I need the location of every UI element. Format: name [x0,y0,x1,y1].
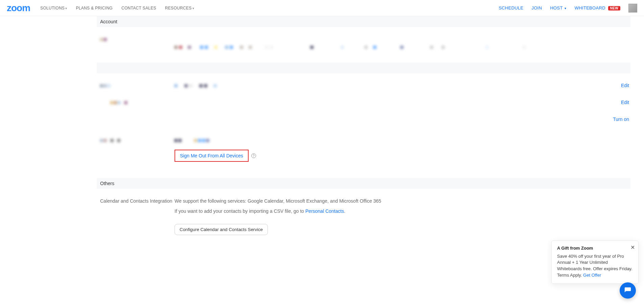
sign-out-all-devices-label: Sign Me Out From All Devices [180,153,243,158]
chevron-down-icon: ▾ [65,6,67,10]
nav-join[interactable]: JOIN [532,5,542,10]
nav-host[interactable]: HOST ▾ [550,5,566,10]
promo-toast: ✕ A Gift from Zoom Save 40% off your fir… [551,240,639,284]
calendar-import-text: If you want to add your contacts by impo… [175,208,600,214]
chat-fab[interactable] [620,282,636,299]
edit-link[interactable]: Edit [621,100,629,105]
toast-title: A Gift from Zoom [557,246,633,251]
configure-calendar-button[interactable]: Configure Calendar and Contacts Service [175,224,268,235]
redacted-value [175,84,216,87]
toast-body: Save 40% off your first year of Pro Annu… [557,253,633,279]
edit-link[interactable]: Edit [621,83,629,88]
nav-whiteboard-label: WHITEBOARD [575,5,605,10]
section-header-others: Others [97,178,630,189]
calendar-import-prefix: If you want to add your contacts by impo… [175,208,305,214]
redacted-value [175,46,252,49]
nav-whiteboard[interactable]: WHITEBOARD NEW [575,5,620,10]
zoom-logo[interactable]: zoom [7,3,30,14]
signin-row-devices: Sign Me Out From All Devices ? [97,135,630,164]
nav-contact-sales[interactable]: CONTACT SALES [121,6,156,10]
calendar-integration-label: Calendar and Contacts Integration [97,198,175,204]
avatar[interactable] [628,4,637,12]
signin-row-3: Turn on [97,114,630,125]
nav-schedule[interactable]: SCHEDULE [499,5,523,10]
turn-on-link[interactable]: Turn on [613,117,629,122]
nav-resources-label: RESOURCES [165,6,192,10]
signin-row-2: Edit [97,97,630,108]
nav-solutions[interactable]: SOLUTIONS▾ [40,6,67,10]
account-row-1 [97,34,630,52]
redacted-label [100,38,107,41]
redacted-label [100,139,120,142]
nav-resources[interactable]: RESOURCES▾ [165,6,194,10]
redacted-label [100,101,127,104]
nav-right: SCHEDULE JOIN HOST ▾ WHITEBOARD NEW [499,4,637,12]
chevron-down-icon: ▾ [192,6,194,10]
close-icon[interactable]: ✕ [630,244,635,251]
top-nav: zoom SOLUTIONS▾ PLANS & PRICING CONTACT … [0,0,644,16]
nav-host-label: HOST [550,5,562,10]
nav-plans-pricing[interactable]: PLANS & PRICING [76,6,113,10]
signin-row-1: Edit [97,80,630,91]
redacted-value [253,46,403,49]
new-badge: NEW [608,6,620,10]
calendar-import-suffix: . [344,208,345,214]
redacted-value [175,139,209,142]
others-row-calendar: Calendar and Contacts Integration We sup… [97,196,630,238]
calendar-support-text: We support the following services: Googl… [175,198,600,204]
help-icon[interactable]: ? [251,153,256,158]
personal-contacts-link[interactable]: Personal Contacts [305,208,344,214]
nav-solutions-label: SOLUTIONS [40,6,65,10]
redacted-label [100,84,110,87]
sidebar [0,16,83,303]
chevron-down-icon: ▾ [565,6,566,10]
toast-get-offer-link[interactable]: Get Offer [583,273,601,278]
redacted-value [405,46,526,49]
chat-icon [624,287,631,294]
section-header-signin [97,62,630,73]
sign-out-all-devices-button[interactable]: Sign Me Out From All Devices [175,150,249,162]
section-header-account: Account [97,16,630,27]
nav-left: SOLUTIONS▾ PLANS & PRICING CONTACT SALES… [40,6,194,10]
